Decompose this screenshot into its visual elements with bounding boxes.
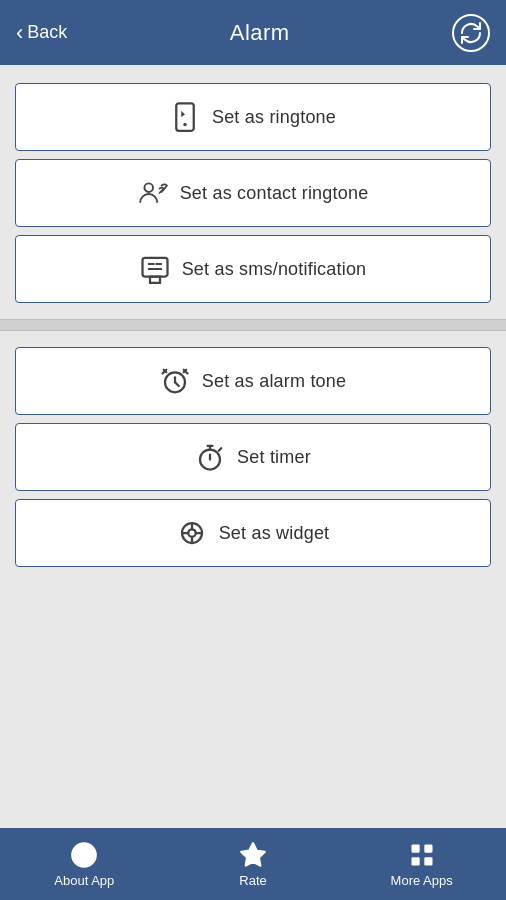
alarm-icon bbox=[160, 366, 190, 396]
set-contact-ringtone-label: Set as contact ringtone bbox=[180, 183, 369, 204]
main-content: Set as ringtone Set as contact ringtone bbox=[0, 65, 506, 828]
section-ringtones: Set as ringtone Set as contact ringtone bbox=[0, 75, 506, 311]
timer-icon bbox=[195, 442, 225, 472]
refresh-icon[interactable] bbox=[452, 14, 490, 52]
nav-more-apps[interactable]: More Apps bbox=[337, 828, 506, 900]
set-ringtone-button[interactable]: Set as ringtone bbox=[15, 83, 491, 151]
svg-rect-27 bbox=[424, 844, 432, 852]
rate-label: Rate bbox=[239, 873, 266, 888]
page-title: Alarm bbox=[230, 20, 290, 46]
nav-rate[interactable]: Rate bbox=[169, 828, 338, 900]
set-contact-ringtone-button[interactable]: Set as contact ringtone bbox=[15, 159, 491, 227]
svg-line-10 bbox=[175, 382, 179, 386]
nav-about-app[interactable]: About App bbox=[0, 828, 169, 900]
set-widget-label: Set as widget bbox=[219, 523, 330, 544]
set-sms-notification-label: Set as sms/notification bbox=[182, 259, 367, 280]
svg-rect-29 bbox=[424, 857, 432, 865]
set-alarm-tone-label: Set as alarm tone bbox=[202, 371, 346, 392]
contact-ringtone-icon bbox=[138, 178, 168, 208]
back-button[interactable]: ‹ Back bbox=[16, 22, 67, 44]
ringtone-icon bbox=[170, 102, 200, 132]
sms-icon bbox=[140, 254, 170, 284]
set-sms-notification-button[interactable]: Set as sms/notification bbox=[15, 235, 491, 303]
bottom-nav: About App Rate More Apps bbox=[0, 828, 506, 900]
svg-marker-25 bbox=[241, 843, 264, 865]
set-timer-label: Set timer bbox=[237, 447, 311, 468]
about-app-label: About App bbox=[54, 873, 114, 888]
set-timer-button[interactable]: Set timer bbox=[15, 423, 491, 491]
set-ringtone-label: Set as ringtone bbox=[212, 107, 336, 128]
info-circle-icon bbox=[70, 841, 98, 869]
svg-rect-4 bbox=[142, 258, 167, 277]
section-alarm: Set as alarm tone Set timer bbox=[0, 339, 506, 575]
back-chevron-icon: ‹ bbox=[16, 22, 23, 44]
svg-point-3 bbox=[144, 183, 153, 192]
svg-rect-26 bbox=[411, 844, 419, 852]
back-label: Back bbox=[27, 22, 67, 43]
set-widget-button[interactable]: Set as widget bbox=[15, 499, 491, 567]
header: ‹ Back Alarm bbox=[0, 0, 506, 65]
svg-point-2 bbox=[183, 123, 186, 126]
svg-rect-0 bbox=[176, 103, 194, 131]
widget-icon bbox=[177, 518, 207, 548]
star-icon bbox=[239, 841, 267, 869]
more-apps-label: More Apps bbox=[391, 873, 453, 888]
svg-line-15 bbox=[219, 448, 222, 451]
svg-rect-28 bbox=[411, 857, 419, 865]
section-divider bbox=[0, 319, 506, 331]
grid-icon bbox=[408, 841, 436, 869]
set-alarm-tone-button[interactable]: Set as alarm tone bbox=[15, 347, 491, 415]
